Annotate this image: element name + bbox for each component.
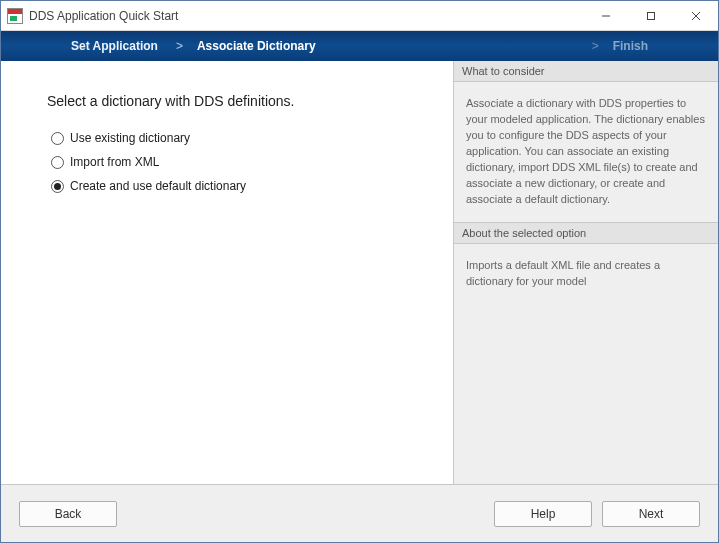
chevron-right-icon: >: [176, 39, 183, 53]
help-button[interactable]: Help: [494, 501, 592, 527]
step-finish[interactable]: Finish: [613, 39, 648, 53]
svg-rect-1: [647, 12, 654, 19]
side-panel: What to consider Associate a dictionary …: [453, 61, 718, 484]
chevron-right-icon: >: [592, 39, 599, 53]
window-controls: [583, 1, 718, 30]
app-icon: [7, 8, 23, 24]
side-header-about: About the selected option: [454, 222, 718, 244]
radio-icon: [51, 180, 64, 193]
page-heading: Select a dictionary with DDS definitions…: [47, 93, 429, 109]
content-area: Select a dictionary with DDS definitions…: [1, 61, 718, 484]
side-body-about: Imports a default XML file and creates a…: [454, 244, 718, 484]
option-import-xml[interactable]: Import from XML: [51, 155, 429, 169]
main-panel: Select a dictionary with DDS definitions…: [1, 61, 453, 484]
back-button[interactable]: Back: [19, 501, 117, 527]
dictionary-options: Use existing dictionary Import from XML …: [51, 131, 429, 193]
side-body-consider: Associate a dictionary with DDS properti…: [454, 82, 718, 222]
titlebar: DDS Application Quick Start: [1, 1, 718, 31]
footer: Back Help Next: [1, 484, 718, 542]
option-label: Create and use default dictionary: [70, 179, 246, 193]
side-header-consider: What to consider: [454, 61, 718, 82]
maximize-button[interactable]: [628, 1, 673, 30]
wizard-window: DDS Application Quick Start Set Applicat…: [0, 0, 719, 543]
radio-icon: [51, 156, 64, 169]
step-bar: Set Application > Associate Dictionary >…: [1, 31, 718, 61]
option-create-default[interactable]: Create and use default dictionary: [51, 179, 429, 193]
next-button[interactable]: Next: [602, 501, 700, 527]
step-associate-dictionary[interactable]: Associate Dictionary: [197, 39, 316, 53]
option-use-existing[interactable]: Use existing dictionary: [51, 131, 429, 145]
window-title: DDS Application Quick Start: [29, 9, 178, 23]
step-set-application[interactable]: Set Application: [71, 39, 158, 53]
radio-icon: [51, 132, 64, 145]
minimize-button[interactable]: [583, 1, 628, 30]
option-label: Import from XML: [70, 155, 159, 169]
option-label: Use existing dictionary: [70, 131, 190, 145]
close-button[interactable]: [673, 1, 718, 30]
